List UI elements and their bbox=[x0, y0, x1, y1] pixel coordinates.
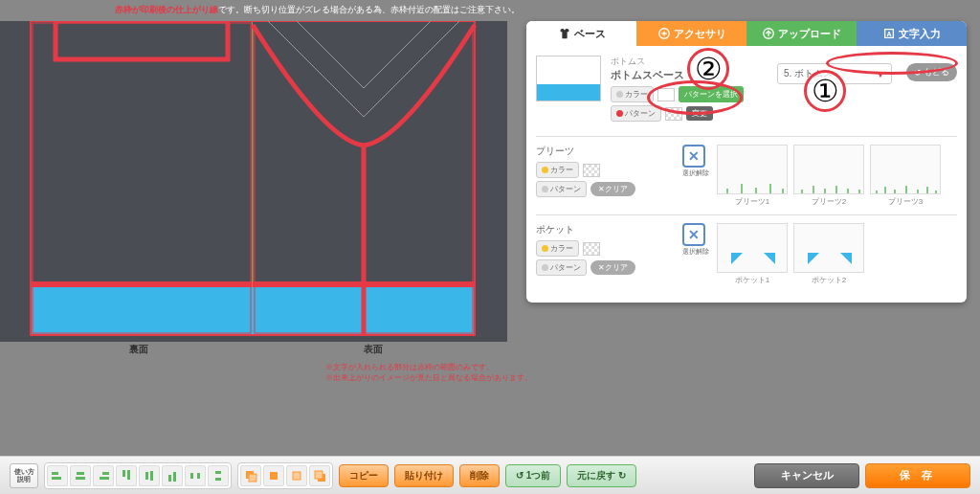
cancel-button[interactable]: キャンセル bbox=[754, 463, 859, 488]
plus-icon bbox=[657, 27, 671, 40]
layer-forward-icon[interactable] bbox=[263, 465, 284, 486]
align-tools bbox=[44, 462, 232, 489]
part-dropdown[interactable]: 5. ボトムス ▼ bbox=[777, 63, 892, 84]
svg-rect-39 bbox=[122, 470, 125, 477]
layer-backward-icon[interactable] bbox=[286, 465, 307, 486]
align-right-icon[interactable] bbox=[93, 465, 114, 486]
save-button[interactable]: 保 存 bbox=[865, 463, 970, 488]
pocket-color-btn[interactable]: カラー bbox=[536, 240, 579, 257]
pocket-pattern-btn[interactable]: パターン bbox=[536, 259, 587, 276]
bottom-toolbar: 使い方 説明 コピー 貼り付け 削除 ↺ 1つ前 元に戻す ↻ キャンセル 保 … bbox=[0, 456, 980, 494]
back-label: 裏面 bbox=[129, 343, 148, 356]
pocket-option-2[interactable]: ポケット2 bbox=[793, 223, 864, 285]
help-button[interactable]: 使い方 説明 bbox=[10, 463, 38, 488]
reset-button[interactable]: 元に戻す ↻ bbox=[567, 464, 636, 487]
canvas-labels: 裏面 表面 bbox=[0, 343, 507, 362]
align-center-h-icon[interactable] bbox=[70, 465, 91, 486]
layer-tools bbox=[237, 462, 333, 489]
svg-rect-54 bbox=[315, 471, 323, 479]
align-top-icon[interactable] bbox=[116, 465, 137, 486]
pocket-section: ポケット カラー パターン ✕クリア ✕ 選択解除 ポケット1 bbox=[536, 214, 957, 293]
base-thumbnail[interactable] bbox=[536, 56, 601, 101]
pleats-color-btn[interactable]: カラー bbox=[536, 162, 579, 178]
svg-rect-50 bbox=[249, 474, 256, 482]
canvas-notes: ※文字が入れられる部分は赤枠の範囲のみです。 ※出来上がりのイメージが見た目と異… bbox=[325, 362, 532, 383]
distribute-v-icon[interactable] bbox=[208, 465, 229, 486]
tab-base[interactable]: ベース bbox=[526, 21, 636, 46]
pleats-option-3[interactable]: プリーツ3 bbox=[870, 145, 941, 207]
distribute-h-icon[interactable] bbox=[185, 465, 206, 486]
tab-text[interactable]: A 文字入力 bbox=[857, 21, 967, 46]
pocket-title: ポケット bbox=[536, 223, 675, 236]
svg-rect-45 bbox=[190, 473, 193, 479]
select-pattern-btn[interactable]: パターンを選択 bbox=[679, 86, 744, 102]
text-icon: A bbox=[882, 27, 896, 40]
pleats-pattern-btn[interactable]: パターン bbox=[536, 181, 587, 197]
align-middle-icon[interactable] bbox=[139, 465, 160, 486]
pleats-option-2[interactable]: プリーツ2 bbox=[793, 145, 864, 207]
tabs: ベース アクセサリ アップロード A 文字入力 bbox=[526, 21, 967, 46]
pattern-btn[interactable]: パターン bbox=[611, 105, 661, 122]
svg-rect-33 bbox=[52, 472, 58, 475]
pleats-option-1[interactable]: プリーツ1 bbox=[717, 145, 788, 207]
svg-rect-46 bbox=[197, 473, 200, 479]
pleats-section: プリーツ カラー パターン ✕クリア ✕ 選択解除 プリーツ1 bbox=[536, 136, 957, 214]
design-canvas[interactable] bbox=[0, 21, 507, 342]
svg-rect-38 bbox=[100, 477, 109, 480]
warning-rest: です。断ち切り位置がズレる場合がある為、赤枠付近の配置はご注意下さい。 bbox=[218, 5, 520, 14]
svg-rect-51 bbox=[270, 472, 278, 480]
svg-rect-44 bbox=[173, 472, 176, 482]
pocket-option-1[interactable]: ポケット1 bbox=[717, 223, 788, 285]
svg-rect-2 bbox=[31, 281, 253, 287]
warning-red: 赤枠が印刷後の仕上がり線 bbox=[115, 5, 218, 14]
svg-rect-40 bbox=[127, 470, 130, 480]
svg-rect-1 bbox=[31, 287, 253, 335]
color-swatch[interactable] bbox=[657, 88, 675, 101]
side-panel: ベース アクセサリ アップロード A 文字入力 ボトムス ボトムスベース カラー… bbox=[526, 21, 967, 303]
pattern-swatch[interactable] bbox=[665, 107, 682, 121]
pocket-deselect-btn[interactable]: ✕ bbox=[682, 223, 705, 246]
paste-button[interactable]: 貼り付け bbox=[394, 464, 454, 487]
pleats-color-swatch[interactable] bbox=[583, 164, 600, 177]
shirt-icon bbox=[558, 27, 571, 40]
pleats-clear-btn[interactable]: ✕クリア bbox=[590, 182, 635, 196]
svg-rect-41 bbox=[145, 472, 148, 480]
svg-rect-42 bbox=[150, 471, 153, 481]
tab-upload[interactable]: アップロード bbox=[746, 21, 857, 46]
align-bottom-icon[interactable] bbox=[162, 465, 183, 486]
svg-rect-52 bbox=[293, 472, 301, 480]
pleats-deselect-btn[interactable]: ✕ bbox=[682, 145, 705, 168]
svg-rect-35 bbox=[77, 472, 84, 475]
svg-rect-36 bbox=[76, 477, 85, 480]
upload-icon bbox=[762, 27, 775, 40]
front-label: 表面 bbox=[364, 343, 383, 356]
layer-back-icon[interactable] bbox=[309, 465, 330, 486]
delete-button[interactable]: 削除 bbox=[459, 464, 500, 487]
back-button[interactable]: ↺ もどる bbox=[906, 63, 957, 81]
header-row: ボトムス ボトムスベース カラー パターンを選択 パターン 変更 5. ボトムス… bbox=[536, 56, 957, 124]
copy-button[interactable]: コピー bbox=[339, 464, 389, 487]
pleats-title: プリーツ bbox=[536, 145, 675, 158]
svg-rect-43 bbox=[168, 475, 171, 482]
svg-rect-34 bbox=[52, 477, 61, 480]
warning-bar: 赤枠が印刷後の仕上がり線です。断ち切り位置がズレる場合がある為、赤枠付近の配置は… bbox=[105, 0, 980, 21]
pocket-color-swatch[interactable] bbox=[583, 242, 600, 256]
tab-accessory[interactable]: アクセサリ bbox=[636, 21, 746, 46]
change-btn[interactable]: 変更 bbox=[686, 106, 713, 121]
align-left-icon[interactable] bbox=[47, 465, 68, 486]
color-btn[interactable]: カラー bbox=[611, 86, 654, 102]
chevron-down-icon: ▼ bbox=[876, 69, 885, 79]
svg-rect-48 bbox=[215, 478, 221, 481]
svg-text:A: A bbox=[886, 31, 891, 37]
svg-rect-37 bbox=[102, 472, 109, 475]
undo-button[interactable]: ↺ 1つ前 bbox=[505, 464, 561, 487]
layer-front-icon[interactable] bbox=[240, 465, 261, 486]
pocket-clear-btn[interactable]: ✕クリア bbox=[590, 260, 635, 275]
svg-rect-47 bbox=[215, 471, 221, 474]
